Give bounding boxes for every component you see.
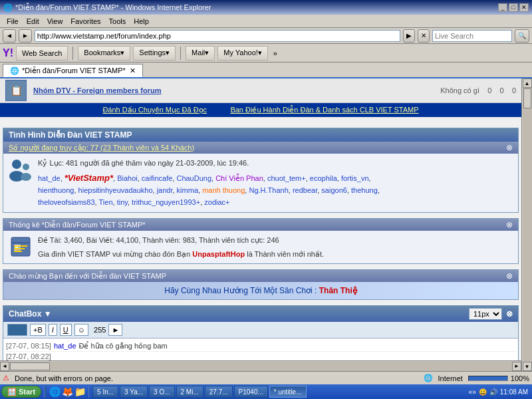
address-input[interactable] xyxy=(35,30,400,42)
go-button[interactable]: ▶ xyxy=(403,29,415,43)
error-icon: ⚠ xyxy=(3,374,9,382)
menu-favorites[interactable]: Favorites xyxy=(66,16,104,27)
scroll-thumb[interactable] xyxy=(523,88,531,108)
user-chivienpha[interactable]: Chí Viễn Phan xyxy=(215,174,263,182)
tab-close[interactable]: ✕ xyxy=(130,66,136,75)
menu-tools[interactable]: Tools xyxy=(105,16,130,27)
taskbar-5in[interactable]: 5 In... xyxy=(92,386,118,398)
scroll-left-button[interactable]: ◄ xyxy=(0,362,9,371)
search-button[interactable]: 🔍 xyxy=(515,29,529,43)
content-area[interactable]: 📋 Nhóm DTV - Foreign members forum Không… xyxy=(0,78,521,360)
scroll-right-button[interactable]: ► xyxy=(512,362,521,371)
taskbar-3o[interactable]: 3 O... xyxy=(149,386,174,398)
greeting-collapse-icon[interactable]: ⊗ xyxy=(506,271,513,281)
chat-emoji-button[interactable]: ☺ xyxy=(74,324,88,336)
chat-user-1[interactable]: hat_de xyxy=(54,342,76,350)
chat-color-picker[interactable] xyxy=(7,324,27,336)
menu-help[interactable]: Help xyxy=(130,16,153,27)
forward-button[interactable]: ► xyxy=(19,29,32,43)
mail-button[interactable]: Mail▾ xyxy=(186,46,215,61)
start-button[interactable]: 🪟 Start xyxy=(1,386,41,398)
stats-title: Thống kê *Diễn đàn/Forum VIET STAMP* xyxy=(9,221,146,229)
scroll-down-button[interactable]: ▼ xyxy=(523,362,532,371)
user-trithuc[interactable]: trithuc_nguyen1993+ xyxy=(132,198,200,206)
menu-bar: File Edit View Favorites Tools Help xyxy=(0,15,532,28)
greeting-header: Chào mừng Bạn đến với Diễn đàn VIET STAM… xyxy=(3,270,518,282)
taskbar-untitle[interactable]: * untitle... xyxy=(269,386,307,398)
taskbar-p1040[interactable]: P1040... xyxy=(234,386,268,398)
manage-link[interactable]: Ban Điều Hành Diễn Đàn & Danh sách CLB V… xyxy=(230,106,418,114)
user-thelove[interactable]: theloveofsiams83 xyxy=(38,198,95,206)
taskbar: 🪟 Start 🌐 🦊 📁 5 In... 3 Ya... 3 O... 2 M… xyxy=(0,384,532,399)
foreign-members-link[interactable]: Nhóm DTV - Foreign members forum xyxy=(33,86,162,94)
menu-edit[interactable]: Edit xyxy=(23,16,43,27)
web-search-button[interactable]: Web Search xyxy=(16,46,68,61)
start-label: Start xyxy=(19,388,35,396)
chatbox-collapse-icon[interactable]: ⊗ xyxy=(506,309,513,319)
taskbar-2mi[interactable]: 2 Mi... xyxy=(176,386,203,398)
chatbox-title[interactable]: ChatBox ▼ xyxy=(9,309,52,319)
chat-send-button[interactable]: ► xyxy=(108,324,122,336)
scroll-track[interactable] xyxy=(523,88,532,362)
horizontal-scrollbar[interactable]: ◄ ► xyxy=(0,360,521,371)
stats-data-row: 📊 Đề Tài: 3,460, Bài Viết: 44,100, Thành… xyxy=(9,235,513,259)
clock: 11:08 AM xyxy=(500,388,528,396)
user-zodiac[interactable]: zodiac+ xyxy=(204,198,229,206)
myyahoo-button[interactable]: My Yahoo!▾ xyxy=(217,46,268,61)
chat-message-1: [27-07, 08:15] hat_de Để hữa cô gắng hồn… xyxy=(6,341,515,352)
toolbar-more[interactable]: » xyxy=(273,49,277,57)
user-vietstamp[interactable]: *VietStamp* xyxy=(65,173,113,183)
search-input[interactable] xyxy=(432,30,512,42)
new-member-link[interactable]: UnpasptaftHop xyxy=(192,250,245,258)
h-scroll-track[interactable] xyxy=(9,362,512,371)
taskbar-277[interactable]: 27.7... xyxy=(205,386,233,398)
user-fortisvn[interactable]: fortis_vn xyxy=(341,174,369,182)
scroll-up-button[interactable]: ▲ xyxy=(523,78,532,88)
user-caifincafe[interactable]: caifincafe xyxy=(142,174,172,182)
vertical-scrollbar[interactable]: ▲ ▼ xyxy=(521,78,532,371)
settings-button[interactable]: Settings▾ xyxy=(133,46,176,61)
user-hat-de[interactable]: hat_de xyxy=(38,174,61,182)
chat-italic-button[interactable]: I xyxy=(49,324,57,336)
user-chaudung[interactable]: ChauDung xyxy=(176,174,211,182)
user-tiny[interactable]: tiny xyxy=(117,198,128,206)
chat-bold-button[interactable]: +B xyxy=(30,324,46,336)
menu-view[interactable]: View xyxy=(43,16,67,27)
taskbar-3ya[interactable]: 3 Ya... xyxy=(120,386,148,398)
svg-point-3 xyxy=(21,173,31,181)
chat-underline-button[interactable]: U xyxy=(60,324,72,336)
chat-time-1: [27-07, 08:15] xyxy=(6,342,51,350)
user-hiepsit[interactable]: hiepsitinhyeuvadaukho xyxy=(78,186,153,194)
user-manhthuong[interactable]: manh thuong xyxy=(202,186,245,194)
user-redbear[interactable]: redbear xyxy=(293,186,317,194)
user-chuottem[interactable]: chuot_tem+ xyxy=(267,174,306,182)
greeting-body: Hãy Cùng Nhau Hướng Tới Một Sân Chơi : T… xyxy=(3,282,518,299)
tab-forum[interactable]: 🌐 *Diễn đàn/Forum VIET STAMP* ✕ xyxy=(3,64,143,77)
user-biahoi[interactable]: Biahoi xyxy=(117,174,138,182)
progress-bar-area: 100% xyxy=(468,374,529,382)
menu-file[interactable]: File xyxy=(3,16,23,27)
mark-read-link[interactable]: Đánh Dấu Chuyên Mục Đã Đọc xyxy=(102,106,207,114)
collapse-icon[interactable]: ⊗ xyxy=(506,143,513,152)
user-hienthuong[interactable]: hienthuong xyxy=(38,186,74,194)
users-icon xyxy=(9,158,33,182)
user-tien[interactable]: Tien xyxy=(99,198,113,206)
user-ngthanh[interactable]: Ng.H.Thanh xyxy=(249,186,288,194)
bookmarks-button[interactable]: Bookmarks▾ xyxy=(78,46,130,61)
close-button[interactable]: ✕ xyxy=(519,3,529,12)
font-size-select[interactable]: 11px xyxy=(469,308,502,320)
minimize-button[interactable]: _ xyxy=(498,3,507,12)
user-thehung[interactable]: thehung xyxy=(351,186,378,194)
stop-button[interactable]: ✕ xyxy=(418,29,430,43)
stats-collapse-icon[interactable]: ⊗ xyxy=(506,220,513,229)
h-scroll-thumb[interactable] xyxy=(10,362,50,370)
user-kimma[interactable]: kimma xyxy=(177,186,198,194)
maximize-button[interactable]: □ xyxy=(509,3,518,12)
user-jandr[interactable]: jandr xyxy=(157,186,173,194)
users-list: hat_de, *VietStamp*, Biahoi, caifincafe,… xyxy=(38,172,513,209)
chatbox-toolbar: +B I U ☺ 255 ► xyxy=(3,322,518,338)
forum-icon: 📋 xyxy=(5,80,27,101)
user-ecophila[interactable]: ecophila xyxy=(310,174,337,182)
user-saigon6[interactable]: saigon6 xyxy=(321,186,347,194)
back-button[interactable]: ◄ xyxy=(3,29,16,43)
